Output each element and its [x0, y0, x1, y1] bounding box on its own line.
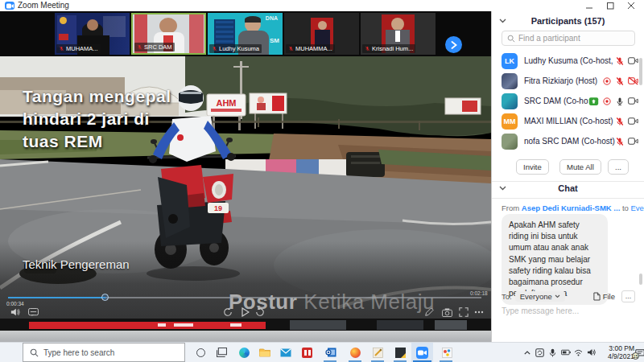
tray-microphone-icon[interactable]: [547, 343, 559, 362]
play-icon[interactable]: [240, 306, 251, 318]
thumbnail-bg-text-dna: DNA: [266, 15, 278, 21]
notes-app-icon[interactable]: [390, 343, 411, 362]
subtitles-icon[interactable]: [27, 306, 39, 318]
participant-row[interactable]: MM MAXI MILLIAN (Co-host): [492, 111, 644, 131]
frame-light-strip: [0, 331, 491, 342]
thumbnail-bg-text-sm: SM: [270, 37, 279, 44]
chat-recipient[interactable]: Everyone:: [631, 204, 644, 212]
participant-video-5[interactable]: Krisnadi Hum...: [361, 13, 436, 55]
chat-sender[interactable]: Asep Dedi Kurniadi-SMK ...: [522, 204, 620, 212]
notification-center-icon[interactable]: 15: [635, 347, 644, 361]
mic-on-icon: [615, 97, 625, 106]
participant-video-4[interactable]: MUHAMMA...: [284, 13, 359, 55]
video-on-icon: [628, 97, 638, 105]
video-on-icon: [628, 56, 638, 65]
zoom-taskbar-icon[interactable]: [411, 343, 433, 362]
tray-network-icon[interactable]: [572, 343, 584, 362]
chevron-down-icon: [555, 294, 560, 298]
mic-muted-icon: [615, 56, 625, 66]
video-progress-fill: [8, 297, 105, 298]
camera-icon[interactable]: [441, 306, 452, 318]
edge-browser-icon[interactable]: [233, 343, 254, 362]
participant-video-name: Krisnadi Hum...: [372, 45, 413, 52]
task-view-icon[interactable]: [211, 343, 232, 362]
video-on-icon: [628, 117, 638, 125]
participant-row[interactable]: SRC DAM (Co-host): [492, 91, 644, 111]
chat-message-header: From Asep Dedi Kurniadi-SMK ... to Every…: [502, 204, 644, 212]
participants-scrollbar[interactable]: [639, 58, 642, 85]
chat-from-label: From: [502, 204, 519, 212]
avatar: [502, 93, 518, 109]
video-duration: 0:02:18: [470, 290, 488, 296]
chat-to-connector: to: [622, 204, 629, 212]
bike-plate-number: 19: [214, 204, 222, 212]
mic-muted-icon: [615, 137, 625, 146]
tray-battery-icon[interactable]: [559, 343, 572, 362]
minimize-button[interactable]: [585, 2, 594, 10]
chat-to-label: To:: [502, 292, 512, 301]
clock-date: 4/9/2021: [597, 352, 634, 360]
next-page-arrow-button[interactable]: [445, 36, 462, 53]
participants-title: Participants (157): [492, 16, 644, 26]
mute-all-button[interactable]: Mute All: [559, 159, 601, 175]
taskbar-search-box[interactable]: [23, 343, 185, 362]
chat-file-button[interactable]: File: [593, 292, 615, 301]
participant-row[interactable]: LK Ludhy Kusuma (Co-host, me): [492, 51, 644, 71]
invite-button[interactable]: Invite: [516, 159, 549, 175]
participant-video-1[interactable]: MUHAMA...: [55, 13, 130, 55]
mail-app-icon[interactable]: [275, 343, 296, 362]
video-progress-knob[interactable]: [101, 294, 109, 301]
video-current-time: 0:00:34: [6, 301, 24, 306]
participant-name: Fitra Rizkiarjo (Host): [524, 76, 602, 85]
taskbar-clock[interactable]: 3:00 PM 4/9/2021: [597, 344, 634, 360]
participant-video-2-active-speaker[interactable]: SRC DAM: [131, 13, 206, 55]
participant-row[interactable]: nofa SRC DAM (Co-host): [492, 131, 644, 151]
chat-title: Chat: [492, 183, 644, 193]
zoom-app-icon: [5, 2, 14, 10]
pen-app-icon[interactable]: [367, 343, 388, 362]
tray-sync-icon[interactable]: [534, 343, 546, 362]
participant-search-box[interactable]: [502, 31, 635, 46]
volume-icon[interactable]: [10, 306, 21, 318]
watermark-rest: Ketika Melaju: [303, 290, 435, 314]
chat-more-button[interactable]: ...: [621, 290, 635, 302]
participant-row[interactable]: Fitra Rizkiarjo (Host): [492, 71, 644, 91]
avatar: MM: [502, 113, 518, 130]
maximize-button[interactable]: [606, 2, 615, 10]
video-caption: Teknik Pengereman: [23, 257, 130, 271]
next-video-frame-sliver: [0, 319, 491, 331]
red-app-icon[interactable]: [296, 343, 317, 362]
close-button[interactable]: [627, 2, 636, 10]
chat-recipient-dropdown[interactable]: Everyone: [515, 291, 565, 302]
taskbar-search-input[interactable]: [43, 348, 164, 357]
cortana-icon[interactable]: [190, 343, 211, 362]
chat-recipient-value: Everyone: [520, 292, 552, 301]
window-titlebar: Zoom Meeting: [0, 0, 644, 11]
more-options-icon[interactable]: [473, 306, 485, 318]
file-explorer-icon[interactable]: [254, 343, 275, 362]
participant-search-input[interactable]: [518, 34, 623, 43]
outlook-icon[interactable]: [320, 343, 341, 362]
annotate-pencil-icon[interactable]: [423, 306, 435, 318]
participant-list: LK Ludhy Kusuma (Co-host, me) Fitra Rizk…: [492, 51, 644, 151]
tray-volume-icon[interactable]: [585, 343, 597, 362]
tray-chevron-up-icon[interactable]: [522, 343, 533, 362]
participants-more-button[interactable]: ...: [608, 159, 629, 175]
file-icon: [593, 292, 601, 301]
participant-video-3[interactable]: DNA SM Ludhy Kusuma: [208, 13, 283, 55]
fullscreen-icon[interactable]: [458, 306, 469, 318]
recording-icon: [602, 76, 612, 86]
chat-scrollbar[interactable]: [639, 274, 642, 285]
participant-name: MAXI MILLIAN (Co-host): [524, 117, 615, 125]
skip-back-icon[interactable]: [222, 306, 233, 318]
skip-forward-icon[interactable]: [254, 306, 266, 318]
clock-time: 3:00 PM: [597, 344, 634, 352]
participant-video-name: Ludhy Kusuma: [219, 45, 259, 52]
firefox-icon[interactable]: [345, 343, 365, 362]
mic-muted-icon: [615, 117, 625, 126]
window-title: Zoom Meeting: [18, 1, 69, 10]
participant-video-name: MUHAMA...: [66, 45, 98, 52]
paint-app-icon[interactable]: [436, 343, 457, 362]
participant-name: Ludhy Kusuma (Co-host, me): [524, 56, 615, 65]
chat-message-input[interactable]: [502, 306, 630, 315]
